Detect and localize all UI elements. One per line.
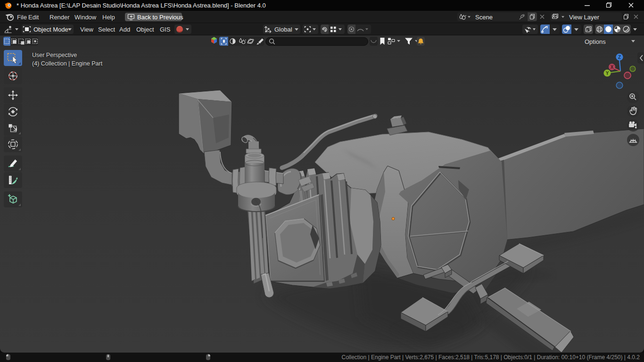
- svg-text:X: X: [611, 65, 614, 70]
- svg-text:Z: Z: [618, 55, 621, 60]
- svg-text:Y: Y: [606, 71, 609, 76]
